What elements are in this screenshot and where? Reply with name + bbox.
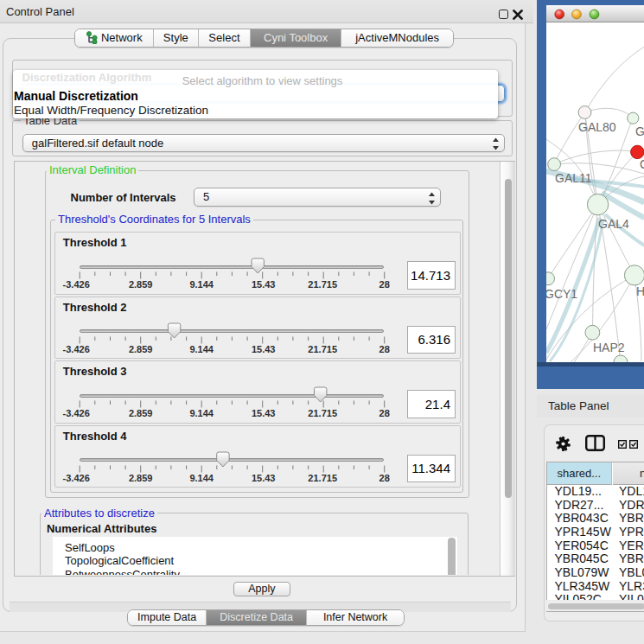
svg-text:GAL11: GAL11 [555,171,592,185]
svg-text:GCY1: GCY1 [546,287,577,301]
svg-text:H: H [636,284,644,298]
svg-text:GAL4: GAL4 [598,217,629,231]
svg-text:C: C [640,157,644,171]
svg-text:HAP2: HAP2 [593,341,625,354]
svg-text:GAL80: GAL80 [578,120,616,134]
svg-text:GA: GA [635,124,644,138]
